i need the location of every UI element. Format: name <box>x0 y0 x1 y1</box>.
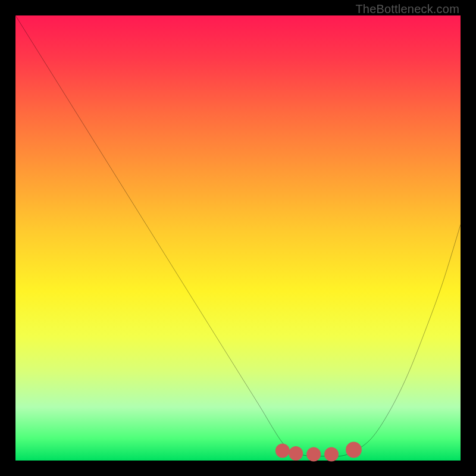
bottleneck-curve <box>15 15 461 456</box>
optimal-range-left <box>275 444 290 458</box>
chart-frame: TheBottleneck.com <box>0 0 476 476</box>
curve-layer <box>15 15 461 461</box>
optimal-range-mid3 <box>324 447 339 462</box>
optimal-range-mid1 <box>289 446 303 461</box>
marker-group <box>275 442 362 462</box>
optimal-range-right <box>346 442 362 458</box>
plot-area <box>15 15 461 461</box>
watermark-text: TheBottleneck.com <box>355 2 459 16</box>
optimal-range-mid2 <box>306 447 321 462</box>
